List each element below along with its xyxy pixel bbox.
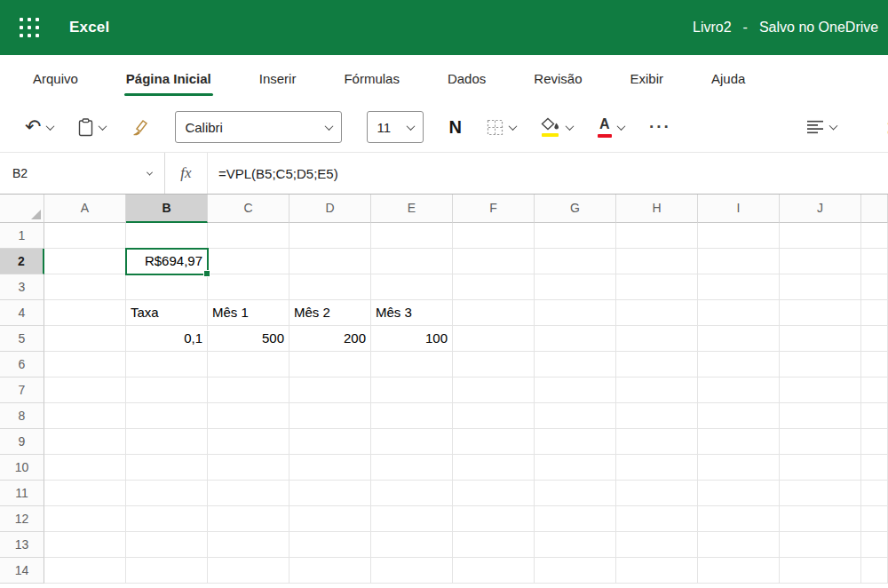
row-header-5[interactable]: 5 [0,326,44,352]
cell-J13[interactable] [780,532,861,558]
cell-G7[interactable] [535,377,616,403]
cell-I13[interactable] [698,532,780,558]
cell-I4[interactable] [698,300,780,326]
tab-inserir[interactable]: Inserir [258,55,298,102]
cell-E12[interactable] [371,506,453,532]
name-box[interactable]: B2 [0,153,165,194]
cell-B4[interactable]: Taxa [126,300,208,326]
cell-H3[interactable] [616,274,698,300]
cell-H6[interactable] [616,352,698,377]
cell-D3[interactable] [289,274,371,300]
cell-H11[interactable] [616,481,698,506]
cell-B5[interactable]: 0,1 [126,326,208,352]
row-header-14[interactable]: 14 [0,558,44,584]
cell-F11[interactable] [453,481,535,506]
cell-C14[interactable] [208,558,289,584]
cell-D9[interactable] [289,429,371,455]
cell-G8[interactable] [535,403,616,429]
cell-J2[interactable] [780,249,861,274]
cell-F3[interactable] [453,274,535,300]
cell-J11[interactable] [780,481,861,506]
cell-C9[interactable] [208,429,289,455]
cell-B14[interactable] [126,558,208,584]
cell-F14[interactable] [453,558,535,584]
cell-I3[interactable] [698,274,780,300]
cell-I5[interactable] [698,326,780,352]
cell-D13[interactable] [289,532,371,558]
cell-A5[interactable] [44,326,126,352]
cell-C7[interactable] [208,377,289,403]
cell-J5[interactable] [780,326,861,352]
cell-F9[interactable] [453,429,535,455]
cell-F6[interactable] [453,352,535,377]
cell-F5[interactable] [453,326,535,352]
cell-F1[interactable] [453,223,535,249]
cell-G13[interactable] [535,532,616,558]
cell-B1[interactable] [126,223,208,249]
column-header-E[interactable]: E [371,195,453,223]
cell-I12[interactable] [698,506,780,532]
cell-partial[interactable] [861,300,888,326]
cell-J12[interactable] [780,506,861,532]
cell-D14[interactable] [289,558,371,584]
cell-A4[interactable] [44,300,126,326]
bold-button[interactable]: N [448,117,461,138]
cell-I7[interactable] [698,377,780,403]
cell-B7[interactable] [126,377,208,403]
tab-formulas[interactable]: Fórmulas [342,55,401,102]
cell-I2[interactable] [698,249,780,274]
column-header-D[interactable]: D [289,195,371,223]
cell-G3[interactable] [535,274,616,300]
cell-D5[interactable]: 200 [289,326,371,352]
cell-A1[interactable] [44,223,126,249]
cell-partial[interactable] [861,506,888,532]
cell-B9[interactable] [126,429,208,455]
cell-D10[interactable] [289,455,371,481]
cell-A9[interactable] [44,429,126,455]
cell-partial[interactable] [861,455,888,481]
cell-A12[interactable] [44,506,126,532]
cell-H12[interactable] [616,506,698,532]
column-header-I[interactable]: I [698,195,780,223]
column-header-H[interactable]: H [616,195,698,223]
row-header-12[interactable]: 12 [0,506,44,532]
more-font-options-button[interactable]: ··· [649,117,671,137]
cell-E5[interactable]: 100 [371,326,453,352]
cell-D8[interactable] [289,403,371,429]
cell-H2[interactable] [616,249,698,274]
cell-J4[interactable] [780,300,861,326]
cell-H9[interactable] [616,429,698,455]
column-header-F[interactable]: F [453,195,535,223]
cell-F7[interactable] [453,377,535,403]
column-header-C[interactable]: C [208,195,289,223]
cell-D12[interactable] [289,506,371,532]
column-header-G[interactable]: G [535,195,616,223]
cell-E11[interactable] [371,481,453,506]
cell-B6[interactable] [126,352,208,377]
cell-C4[interactable]: Mês 1 [208,300,289,326]
cell-E7[interactable] [371,377,453,403]
cell-partial[interactable] [861,532,888,558]
alignment-button[interactable] [807,121,836,134]
cell-E1[interactable] [371,223,453,249]
cell-G11[interactable] [535,481,616,506]
cell-F4[interactable] [453,300,535,326]
cell-C3[interactable] [208,274,289,300]
cell-C13[interactable] [208,532,289,558]
cell-H14[interactable] [616,558,698,584]
cell-B3[interactable] [126,274,208,300]
cell-E6[interactable] [371,352,453,377]
cell-J7[interactable] [780,377,861,403]
cell-C6[interactable] [208,352,289,377]
cell-F10[interactable] [453,455,535,481]
cell-B12[interactable] [126,506,208,532]
cell-E9[interactable] [371,429,453,455]
cell-F8[interactable] [453,403,535,429]
cell-E10[interactable] [371,455,453,481]
cell-A6[interactable] [44,352,126,377]
cell-D4[interactable]: Mês 2 [289,300,371,326]
cell-I14[interactable] [698,558,780,584]
cell-J8[interactable] [780,403,861,429]
cell-partial[interactable] [861,481,888,506]
select-all-button[interactable] [0,195,44,223]
